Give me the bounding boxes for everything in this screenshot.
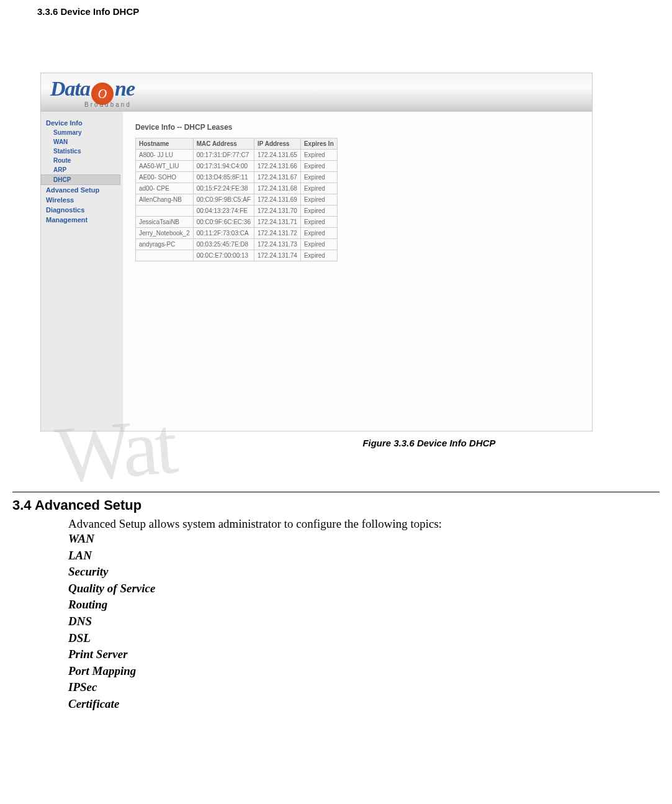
logo: Data O ne: [50, 77, 135, 103]
col-mac: MAC Address: [193, 138, 254, 150]
table-row: AllenChang-NB00:C0:9F:9B:C5:AF172.24.131…: [136, 194, 338, 206]
table-row: A800- JJ LU00:17:31:DF:77:C7172.24.131.6…: [136, 150, 338, 161]
cell-ip: 172.24.131.67: [254, 172, 300, 183]
cell-mac: 00:C0:9F:9B:C5:AF: [193, 194, 254, 206]
topic-lan: LAN: [68, 548, 660, 564]
cell-ip: 172.24.131.68: [254, 183, 300, 194]
cell-host: AllenChang-NB: [136, 194, 194, 206]
col-ip: IP Address: [254, 138, 300, 150]
sidebar: Device Info Summary WAN Statistics Route…: [41, 112, 123, 431]
topic-dns: DNS: [68, 613, 660, 630]
cell-ip: 172.24.131.72: [254, 228, 300, 239]
cell-exp: Expired: [300, 217, 337, 228]
table-row: ad00- CPE00:15:F2:24:FE:38172.24.131.68E…: [136, 183, 338, 194]
table-row: JessicaTsaiNB00:C0:9F:6C:EC:36172.24.131…: [136, 217, 338, 228]
table-row: andyrags-PC00:03:25:45:7E:D8172.24.131.7…: [136, 239, 338, 250]
cell-mac: 00:11:2F:73:03:CA: [193, 228, 254, 239]
cell-exp: Expired: [300, 228, 337, 239]
sidebar-item-advanced-setup[interactable]: Advanced Setup: [41, 185, 123, 195]
sidebar-item-arp[interactable]: ARP: [41, 165, 123, 174]
cell-host: JessicaTsaiNB: [136, 217, 194, 228]
sidebar-item-device-info[interactable]: Device Info: [41, 118, 123, 128]
cell-mac: 00:13:D4:85:8F:11: [193, 172, 254, 183]
topic-security: Security: [68, 564, 660, 580]
table-header-row: Hostname MAC Address IP Address Expires …: [136, 138, 338, 150]
sidebar-item-wireless[interactable]: Wireless: [41, 195, 123, 205]
cell-exp: Expired: [300, 239, 337, 250]
cell-mac: 00:17:31:DF:77:C7: [193, 150, 254, 161]
section-divider: [12, 492, 660, 492]
table-row: AA50-WT_LIU00:17:31:94:C4:00172.24.131.6…: [136, 161, 338, 172]
banner: Data O ne Broadband: [41, 73, 592, 112]
sidebar-item-summary[interactable]: Summary: [41, 128, 123, 137]
topic-print-server: Print Server: [68, 646, 660, 663]
cell-ip: 172.24.131.71: [254, 217, 300, 228]
logo-swirl-icon: O: [91, 83, 114, 105]
cell-ip: 172.24.131.73: [254, 239, 300, 250]
topic-ipsec: IPSec: [68, 679, 660, 696]
cell-host: AA50-WT_LIU: [136, 161, 194, 172]
cell-mac: 00:15:F2:24:FE:38: [193, 183, 254, 194]
table-row: Jerry_Notebook_200:11:2F:73:03:CA172.24.…: [136, 228, 338, 239]
sidebar-item-management[interactable]: Management: [41, 215, 123, 225]
logo-text-ne: ne: [115, 77, 135, 101]
logo-text-data: Data: [50, 77, 90, 101]
topic-certificate: Certificate: [68, 696, 660, 713]
cell-exp: Expired: [300, 206, 337, 217]
cell-mac: 00:04:13:23:74:FE: [193, 206, 254, 217]
cell-ip: 172.24.131.66: [254, 161, 300, 172]
cell-host: [136, 250, 194, 261]
cell-host: [136, 206, 194, 217]
sidebar-item-wan[interactable]: WAN: [41, 137, 123, 147]
topic-port-mapping: Port Mapping: [68, 663, 660, 680]
content-title: Device Info -- DHCP Leases: [135, 123, 592, 132]
router-screenshot: Data O ne Broadband Device Info Summary …: [40, 73, 593, 431]
dhcp-leases-table: Hostname MAC Address IP Address Expires …: [135, 138, 338, 261]
topic-qos: Quality of Service: [68, 580, 660, 597]
table-row: AE00- SOHO00:13:D4:85:8F:11172.24.131.67…: [136, 172, 338, 183]
cell-exp: Expired: [300, 250, 337, 261]
section-heading-336: 3.3.6 Device Info DHCP: [37, 6, 660, 17]
col-expires: Expires In: [300, 138, 337, 150]
cell-host: AE00- SOHO: [136, 172, 194, 183]
cell-exp: Expired: [300, 150, 337, 161]
cell-exp: Expired: [300, 172, 337, 183]
table-row: 00:0C:E7:00:00:13172.24.131.74Expired: [136, 250, 338, 261]
col-hostname: Hostname: [136, 138, 194, 150]
cell-host: A800- JJ LU: [136, 150, 194, 161]
sidebar-item-diagnostics[interactable]: Diagnostics: [41, 205, 123, 215]
cell-mac: 00:C0:9F:6C:EC:36: [193, 217, 254, 228]
cell-exp: Expired: [300, 161, 337, 172]
topic-routing: Routing: [68, 597, 660, 613]
cell-mac: 00:0C:E7:00:00:13: [193, 250, 254, 261]
topic-wan: WAN: [68, 531, 660, 548]
cell-host: Jerry_Notebook_2: [136, 228, 194, 239]
cell-host: ad00- CPE: [136, 183, 194, 194]
table-row: 00:04:13:23:74:FE172.24.131.70Expired: [136, 206, 338, 217]
sidebar-item-route[interactable]: Route: [41, 156, 123, 165]
topic-dsl: DSL: [68, 630, 660, 647]
cell-exp: Expired: [300, 183, 337, 194]
content-pane: Device Info -- DHCP Leases Hostname MAC …: [123, 112, 592, 431]
advanced-setup-intro: Advanced Setup allows system administrat…: [68, 517, 660, 531]
cell-mac: 00:17:31:94:C4:00: [193, 161, 254, 172]
cell-ip: 172.24.131.74: [254, 250, 300, 261]
cell-exp: Expired: [300, 194, 337, 206]
cell-mac: 00:03:25:45:7E:D8: [193, 239, 254, 250]
figure-caption: Figure 3.3.6 Device Info DHCP: [199, 438, 660, 448]
sidebar-item-statistics[interactable]: Statistics: [41, 147, 123, 156]
logo-subtitle: Broadband: [84, 101, 135, 108]
body-area: Device Info Summary WAN Statistics Route…: [41, 112, 592, 431]
cell-ip: 172.24.131.65: [254, 150, 300, 161]
sidebar-item-dhcp[interactable]: DHCP: [41, 174, 120, 185]
cell-ip: 172.24.131.70: [254, 206, 300, 217]
cell-ip: 172.24.131.69: [254, 194, 300, 206]
section-heading-34: 3.4 Advanced Setup: [12, 497, 660, 513]
cell-host: andyrags-PC: [136, 239, 194, 250]
